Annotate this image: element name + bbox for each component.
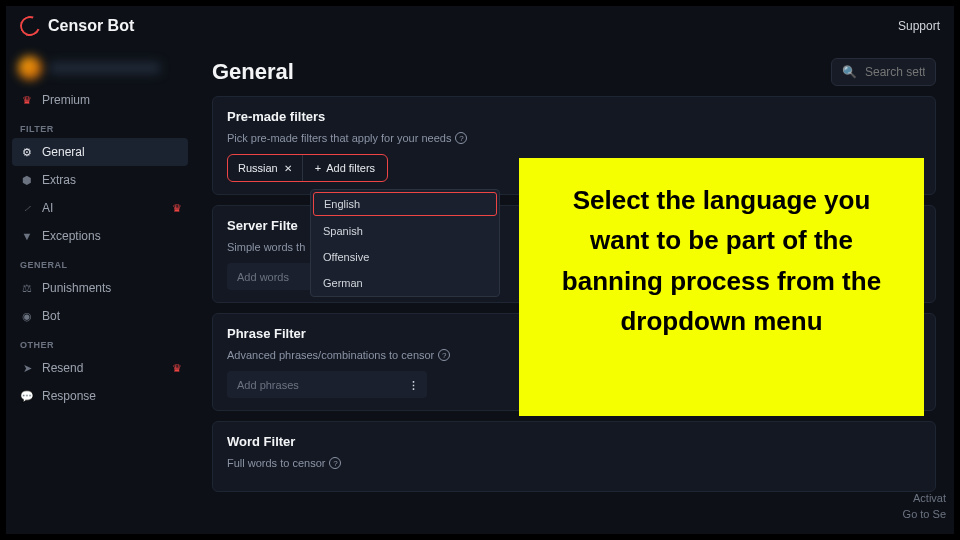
help-icon[interactable]: ?: [455, 132, 467, 144]
sidebar-item-label: Exceptions: [42, 229, 101, 243]
server-avatar-icon: [18, 56, 42, 80]
sidebar-item-premium[interactable]: ♛ Premium: [6, 86, 194, 114]
card-title: Word Filter: [227, 434, 921, 449]
sidebar-item-label: Premium: [42, 93, 90, 107]
sidebar-item-exceptions[interactable]: ▼ Exceptions: [6, 222, 194, 250]
sidebar-item-label: Bot: [42, 309, 60, 323]
help-icon[interactable]: ?: [438, 349, 450, 361]
dropdown-item-offensive[interactable]: Offensive: [311, 244, 499, 270]
brand: Censor Bot: [20, 16, 134, 36]
server-name: [50, 62, 160, 74]
brand-name: Censor Bot: [48, 17, 134, 35]
sidebar-item-label: Extras: [42, 173, 76, 187]
search-box[interactable]: 🔍: [831, 58, 936, 86]
sidebar-item-label: AI: [42, 201, 53, 215]
annotation-callout: Select the language you want to be part …: [519, 158, 924, 416]
sidebar-item-extras[interactable]: ⬢ Extras: [6, 166, 194, 194]
sidebar-item-bot[interactable]: ◉ Bot: [6, 302, 194, 330]
sidebar-heading-other: OTHER: [6, 330, 194, 354]
sidebar-item-ai[interactable]: ⟋ AI ♛: [6, 194, 194, 222]
logo-icon: [17, 13, 44, 40]
sidebar-heading-filter: FILTER: [6, 114, 194, 138]
add-filters-button[interactable]: + Add filters: [303, 155, 387, 181]
search-input[interactable]: [865, 65, 925, 79]
sidebar-heading-general: GENERAL: [6, 250, 194, 274]
sidebar-item-label: General: [42, 145, 85, 159]
sidebar-item-general[interactable]: ⚙ General: [12, 138, 188, 166]
send-icon: ➤: [20, 362, 34, 375]
phrase-input[interactable]: Add phrases ⋯: [227, 371, 427, 398]
topbar: Censor Bot Support: [6, 6, 954, 46]
gavel-icon: ⚖: [20, 282, 34, 295]
plus-icon: +: [315, 162, 321, 174]
activate-windows-text: Activat Go to Se: [903, 491, 946, 522]
crown-icon: ♛: [172, 362, 182, 375]
cube-icon: ⬢: [20, 174, 34, 187]
crown-icon: ♛: [172, 202, 182, 215]
card-subtitle: Pick pre-made filters that apply for you…: [227, 132, 921, 144]
filter-controls: Russian ✕ + Add filters English Spanish …: [227, 154, 388, 182]
chat-icon: 💬: [20, 390, 34, 403]
bot-icon: ◉: [20, 310, 34, 323]
dropdown-item-english[interactable]: English: [313, 192, 497, 216]
page-title: General: [212, 59, 294, 85]
more-icon[interactable]: ⋯: [406, 380, 419, 390]
filter-icon: ▼: [20, 230, 34, 242]
filter-chip-russian: Russian ✕: [228, 155, 303, 181]
sidebar-item-label: Punishments: [42, 281, 111, 295]
dropdown-item-spanish[interactable]: Spanish: [311, 218, 499, 244]
gear-icon: ⚙: [20, 146, 34, 159]
sidebar-item-label: Response: [42, 389, 96, 403]
card-word-filter: Word Filter Full words to censor ?: [212, 421, 936, 492]
card-title: Pre-made filters: [227, 109, 921, 124]
filter-dropdown: English Spanish Offensive German: [310, 189, 500, 297]
sidebar: ♛ Premium FILTER ⚙ General ⬢ Extras ⟋ AI…: [6, 46, 194, 534]
support-link[interactable]: Support: [898, 19, 940, 33]
search-icon: 🔍: [842, 65, 857, 79]
sidebar-item-response[interactable]: 💬 Response: [6, 382, 194, 410]
crown-icon: ♛: [20, 94, 34, 107]
card-subtitle: Full words to censor ?: [227, 457, 921, 469]
sidebar-item-resend[interactable]: ➤ Resend ♛: [6, 354, 194, 382]
server-selector[interactable]: [6, 50, 194, 86]
main-content: General 🔍 Pre-made filters Pick pre-made…: [194, 46, 954, 534]
sidebar-item-label: Resend: [42, 361, 83, 375]
wand-icon: ⟋: [20, 202, 34, 214]
remove-chip-icon[interactable]: ✕: [284, 163, 292, 174]
sidebar-item-punishments[interactable]: ⚖ Punishments: [6, 274, 194, 302]
dropdown-item-german[interactable]: German: [311, 270, 499, 296]
help-icon[interactable]: ?: [329, 457, 341, 469]
